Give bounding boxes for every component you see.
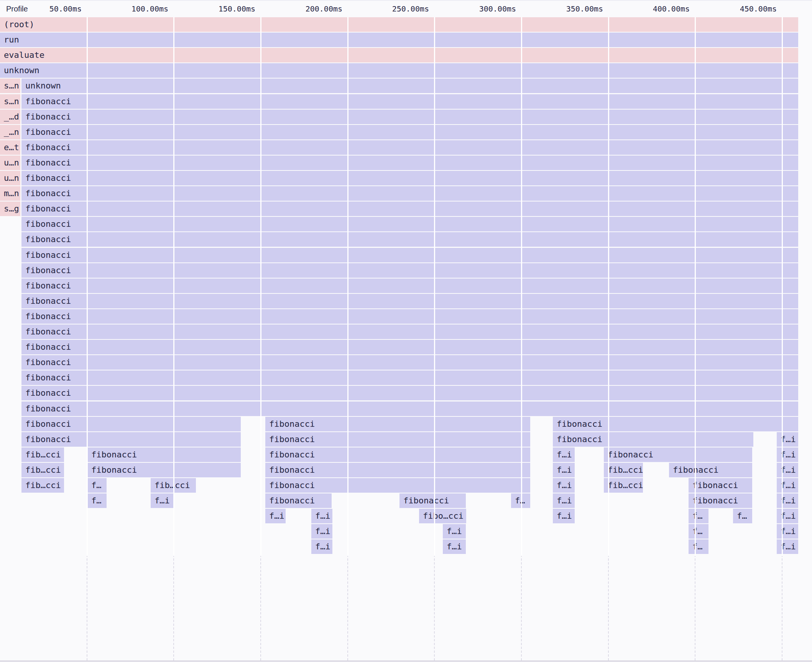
gridline-slit: [521, 17, 522, 556]
flame-bar[interactable]: fibonacci: [399, 493, 466, 508]
flame-bar[interactable]: fibonacci: [669, 463, 752, 477]
flame-row: _…nfibonacci: [0, 125, 812, 139]
flame-bar[interactable]: fibonacci: [87, 463, 241, 477]
flame-bar[interactable]: f…i: [553, 463, 575, 477]
flame-bar[interactable]: e…t: [0, 140, 20, 155]
flame-bar[interactable]: f…: [689, 524, 708, 539]
flame-bar[interactable]: f…i: [777, 432, 798, 447]
flame-bar[interactable]: fibonacci: [21, 279, 798, 293]
flame-bar[interactable]: _…d: [0, 110, 20, 124]
flame-bar[interactable]: fibonacci: [21, 370, 798, 385]
gridline-slit: [695, 17, 696, 556]
flame-bar[interactable]: f…i: [311, 524, 332, 539]
flame-bar[interactable]: (root): [0, 17, 798, 32]
flame-bar[interactable]: fibonacci: [604, 447, 752, 462]
flame-bar[interactable]: fibonacci: [265, 493, 332, 508]
flame-row: (root): [0, 17, 812, 32]
flame-bar[interactable]: unknown: [21, 79, 798, 93]
flame-bar[interactable]: fibonacci: [21, 94, 798, 109]
flame-bar[interactable]: fibonacci: [87, 447, 241, 462]
flame-bar[interactable]: f…: [689, 509, 708, 523]
flame-row: u…nfibonacci: [0, 156, 812, 170]
flame-bar[interactable]: fibonacci: [689, 493, 752, 508]
flame-bar[interactable]: s…n: [0, 94, 20, 109]
time-tick-label: 250.00ms: [392, 4, 429, 13]
flame-bar[interactable]: f…i: [553, 493, 575, 508]
flame-bar[interactable]: f…i: [777, 478, 798, 493]
flame-bar[interactable]: s…n: [0, 79, 20, 93]
flame-bar[interactable]: f…: [511, 493, 530, 508]
flame-bar[interactable]: fibonacci: [21, 125, 798, 139]
flame-bar[interactable]: f…i: [553, 447, 575, 462]
flame-bar[interactable]: fib…cci: [21, 447, 64, 462]
flame-bar[interactable]: fibonacci: [21, 156, 798, 170]
gridline-slit: [434, 17, 435, 556]
time-tick-label: 350.00ms: [566, 4, 603, 13]
flame-bar[interactable]: f…i: [443, 539, 466, 554]
flame-bar[interactable]: fibonacci: [21, 401, 798, 416]
flame-bar[interactable]: f…i: [265, 509, 286, 523]
flame-bar[interactable]: fibonacci: [265, 417, 530, 431]
flame-bar[interactable]: fibonacci: [21, 324, 798, 339]
gridline-slit: [260, 17, 261, 556]
flame-bar[interactable]: f…i: [311, 509, 332, 523]
flame-bar[interactable]: fibonacci: [553, 417, 798, 431]
flame-bar[interactable]: fibonacci: [21, 110, 798, 124]
flame-bar[interactable]: run: [0, 33, 798, 47]
flame-bar[interactable]: fibonacci: [21, 140, 798, 155]
flame-bar[interactable]: f…i: [553, 509, 575, 523]
flame-bar[interactable]: f…: [87, 478, 107, 493]
flame-bar[interactable]: fib…cci: [604, 478, 643, 493]
flame-bar[interactable]: fibonacci: [21, 186, 798, 201]
flame-bar[interactable]: fib…cci: [21, 463, 64, 477]
flame-bar[interactable]: f…i: [777, 509, 798, 523]
flame-bar[interactable]: f…: [87, 493, 107, 508]
flame-bar[interactable]: unknown: [0, 63, 798, 78]
flame-bar[interactable]: fibonacci: [265, 478, 530, 493]
flame-bar[interactable]: s…g: [0, 202, 20, 216]
flame-bar[interactable]: f…: [689, 539, 708, 554]
flame-bar[interactable]: f…i: [151, 493, 174, 508]
flame-bar[interactable]: f…i: [777, 493, 798, 508]
flame-bar[interactable]: fib…cci: [21, 478, 64, 493]
flame-bar[interactable]: f…i: [777, 539, 798, 554]
flame-bar[interactable]: f…i: [777, 524, 798, 539]
flame-bar[interactable]: f…i: [553, 478, 575, 493]
profile-title: Profile: [6, 5, 28, 13]
flame-bar[interactable]: f…i: [777, 463, 798, 477]
flame-row: s…nfibonacci: [0, 94, 812, 109]
flame-bar[interactable]: fibonacci: [21, 309, 798, 324]
flame-bar[interactable]: fibonacci: [21, 263, 798, 278]
flame-bar[interactable]: fibonacci: [21, 171, 798, 185]
flame-bar[interactable]: u…n: [0, 156, 20, 170]
flame-bar[interactable]: f…i: [443, 524, 466, 539]
flame-bar[interactable]: fibonacci: [21, 217, 798, 231]
flame-bar[interactable]: fibonacci: [21, 202, 798, 216]
flame-bar[interactable]: fibonacci: [21, 355, 798, 370]
flame-bar[interactable]: fibonacci: [21, 248, 798, 262]
flame-bar[interactable]: fibonacci: [21, 432, 241, 447]
flame-bar[interactable]: fibonacci: [265, 447, 530, 462]
time-tick-label: 300.00ms: [479, 4, 516, 13]
flame-bar[interactable]: _…n: [0, 125, 20, 139]
flame-bar[interactable]: fibonacci: [553, 432, 753, 447]
flame-row: fibonacci: [0, 232, 812, 247]
flame-bar[interactable]: m…n: [0, 186, 20, 201]
flame-bar[interactable]: fibonacci: [21, 232, 798, 247]
flame-bar[interactable]: fibonacci: [21, 417, 241, 431]
flame-bar[interactable]: fib…cci: [604, 463, 643, 477]
flame-bar[interactable]: fibo…cci: [419, 509, 466, 523]
flame-bar[interactable]: f…i: [777, 447, 798, 462]
flame-row: e…tfibonacci: [0, 140, 812, 155]
flame-bar[interactable]: fibonacci: [265, 463, 530, 477]
flame-bar[interactable]: evaluate: [0, 48, 798, 62]
flame-bar[interactable]: fibonacci: [689, 478, 752, 493]
flame-bar[interactable]: fibonacci: [21, 386, 798, 400]
flame-bar[interactable]: f…: [733, 509, 752, 523]
flame-bar[interactable]: f…i: [311, 539, 332, 554]
flame-bar[interactable]: fibonacci: [21, 294, 798, 308]
profiler-flame-chart: Profile 50.00ms100.00ms150.00ms200.00ms2…: [0, 0, 812, 662]
flame-bar[interactable]: fibonacci: [21, 340, 798, 354]
flame-bar[interactable]: u…n: [0, 171, 20, 185]
flame-bar[interactable]: fibonacci: [265, 432, 530, 447]
